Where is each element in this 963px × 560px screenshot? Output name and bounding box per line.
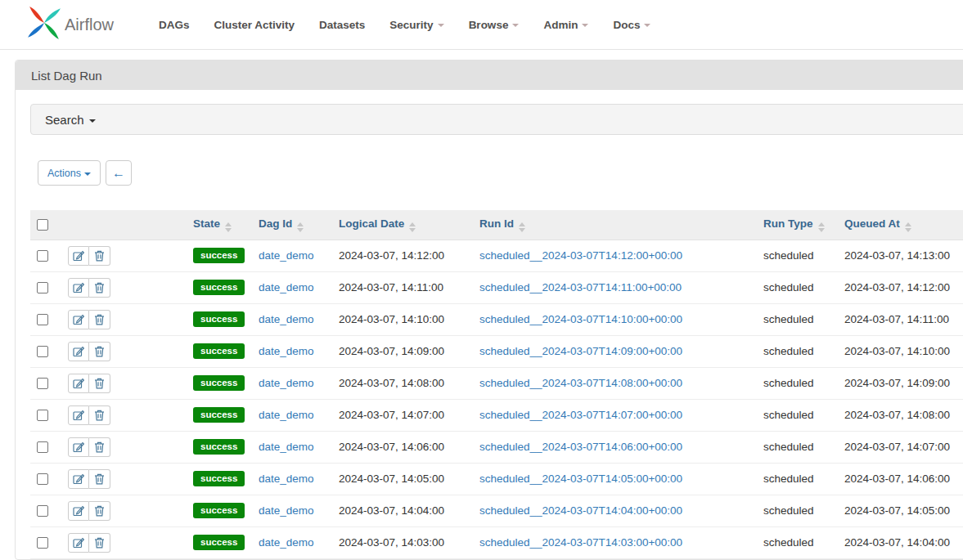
logical-date-cell: 2024-03-07, 14:09:00 xyxy=(332,335,473,367)
dag-id-link[interactable]: date_demo xyxy=(259,409,314,421)
row-checkbox[interactable] xyxy=(37,378,48,389)
actions-dropdown-button[interactable]: Actions xyxy=(38,160,101,186)
row-checkbox[interactable] xyxy=(37,441,48,453)
delete-button[interactable] xyxy=(89,437,110,457)
edit-button[interactable] xyxy=(68,501,89,521)
dag-id-link[interactable]: date_demo xyxy=(259,377,314,389)
edit-button[interactable] xyxy=(68,405,89,425)
table-row: success date_demo 2024-03-07, 14:05:00 s… xyxy=(30,463,963,495)
delete-button[interactable] xyxy=(89,374,110,393)
table-row: success date_demo 2024-03-07, 14:07:00 s… xyxy=(30,399,963,431)
row-checkbox[interactable] xyxy=(37,282,48,293)
delete-button[interactable] xyxy=(89,342,110,361)
row-checkbox[interactable] xyxy=(37,346,48,357)
run-id-link[interactable]: scheduled__2024-03-07T14:04:00+00:00 xyxy=(479,504,682,517)
trash-icon xyxy=(94,282,105,293)
queued-at-cell: 2024-03-07, 14:13:00 xyxy=(838,240,963,271)
column-header-dag-id[interactable]: Dag Id xyxy=(252,210,332,240)
search-collapse-toggle[interactable]: Search xyxy=(30,104,963,135)
queued-at-cell: 2024-03-07, 14:04:00 xyxy=(838,526,963,558)
run-id-link[interactable]: scheduled__2024-03-07T14:10:00+00:00 xyxy=(479,313,682,325)
run-id-link[interactable]: scheduled__2024-03-07T14:09:00+00:00 xyxy=(479,345,682,357)
navbar-item-datasets[interactable]: Datasets xyxy=(307,19,377,31)
edit-button[interactable] xyxy=(68,246,89,266)
run-id-link[interactable]: scheduled__2024-03-07T14:11:00+00:00 xyxy=(479,281,682,293)
queued-at-cell: 2024-03-07, 14:09:00 xyxy=(838,367,963,399)
navbar-item-browse[interactable]: Browse xyxy=(457,19,532,31)
navbar-item-dags[interactable]: DAGs xyxy=(146,19,202,31)
column-header-logical-date[interactable]: Logical Date xyxy=(332,210,473,240)
state-badge: success xyxy=(193,439,245,455)
run-id-link[interactable]: scheduled__2024-03-07T14:07:00+00:00 xyxy=(479,409,682,421)
panel-body: Search Actions ← xyxy=(16,90,963,559)
table-row: success date_demo 2024-03-07, 14:06:00 s… xyxy=(30,431,963,463)
top-navbar: Airflow DAGs Cluster Activity Datasets S… xyxy=(0,0,963,50)
dag-id-link[interactable]: date_demo xyxy=(259,281,314,293)
delete-button[interactable] xyxy=(89,246,110,266)
logical-date-cell: 2024-03-07, 14:12:00 xyxy=(332,240,473,271)
airflow-brand-link[interactable]: Airflow xyxy=(27,6,114,43)
edit-button[interactable] xyxy=(68,374,89,393)
run-id-link[interactable]: scheduled__2024-03-07T14:06:00+00:00 xyxy=(479,441,682,453)
column-header-queued-at[interactable]: Queued At xyxy=(838,210,963,240)
edit-pencil-icon xyxy=(73,378,84,389)
run-id-link[interactable]: scheduled__2024-03-07T14:03:00+00:00 xyxy=(479,536,682,549)
trash-icon xyxy=(94,314,105,325)
edit-button[interactable] xyxy=(68,533,89,553)
run-id-link[interactable]: scheduled__2024-03-07T14:05:00+00:00 xyxy=(479,473,682,485)
dag-id-link[interactable]: date_demo xyxy=(259,345,314,357)
back-button[interactable]: ← xyxy=(106,160,132,186)
table-row: success date_demo 2024-03-07, 14:12:00 s… xyxy=(30,240,963,271)
sort-icon xyxy=(409,222,416,232)
delete-button[interactable] xyxy=(89,533,110,553)
state-badge: success xyxy=(193,535,245,551)
dag-id-link[interactable]: date_demo xyxy=(259,536,314,549)
delete-button[interactable] xyxy=(89,405,110,425)
delete-button[interactable] xyxy=(89,469,110,489)
dag-id-link[interactable]: date_demo xyxy=(259,504,314,517)
delete-button[interactable] xyxy=(89,501,110,521)
select-all-header xyxy=(30,210,61,240)
dag-id-link[interactable]: date_demo xyxy=(259,441,314,453)
edit-button[interactable] xyxy=(68,437,89,457)
edit-pencil-icon xyxy=(73,250,84,262)
actions-column-header xyxy=(61,210,187,240)
state-badge: success xyxy=(193,280,245,296)
trash-icon xyxy=(94,250,105,262)
edit-button[interactable] xyxy=(68,342,89,361)
row-checkbox[interactable] xyxy=(37,410,48,421)
edit-button[interactable] xyxy=(68,278,89,298)
column-header-run-id[interactable]: Run Id xyxy=(473,210,757,240)
navbar-item-security[interactable]: Security xyxy=(377,19,456,31)
logical-date-cell: 2024-03-07, 14:06:00 xyxy=(332,431,473,463)
state-badge: success xyxy=(193,471,245,487)
column-header-state[interactable]: State xyxy=(187,210,252,240)
sort-icon xyxy=(297,222,304,232)
row-checkbox[interactable] xyxy=(37,505,48,517)
edit-button[interactable] xyxy=(68,310,89,329)
row-action-buttons xyxy=(68,501,110,521)
run-id-link[interactable]: scheduled__2024-03-07T14:12:00+00:00 xyxy=(479,249,682,262)
navbar-item-docs[interactable]: Docs xyxy=(601,19,663,31)
delete-button[interactable] xyxy=(89,278,110,298)
dag-id-link[interactable]: date_demo xyxy=(259,313,314,325)
dag-id-link[interactable]: date_demo xyxy=(259,249,314,262)
column-header-run-type[interactable]: Run Type xyxy=(757,210,838,240)
select-all-checkbox[interactable] xyxy=(37,219,48,231)
sort-icon xyxy=(225,222,232,232)
edit-pencil-icon xyxy=(73,537,84,549)
page-title: List Dag Run xyxy=(31,69,102,83)
navbar-item-admin[interactable]: Admin xyxy=(531,19,601,31)
delete-button[interactable] xyxy=(89,310,110,329)
row-checkbox[interactable] xyxy=(37,314,48,325)
run-id-link[interactable]: scheduled__2024-03-07T14:08:00+00:00 xyxy=(479,377,682,389)
logical-date-cell: 2024-03-07, 14:10:00 xyxy=(332,303,473,335)
row-checkbox[interactable] xyxy=(37,473,48,485)
state-badge: success xyxy=(193,311,245,328)
dag-id-link[interactable]: date_demo xyxy=(259,473,314,485)
trash-icon xyxy=(94,410,105,421)
navbar-item-cluster-activity[interactable]: Cluster Activity xyxy=(202,19,308,31)
row-checkbox[interactable] xyxy=(37,250,48,262)
edit-button[interactable] xyxy=(68,469,89,489)
row-checkbox[interactable] xyxy=(37,537,48,549)
